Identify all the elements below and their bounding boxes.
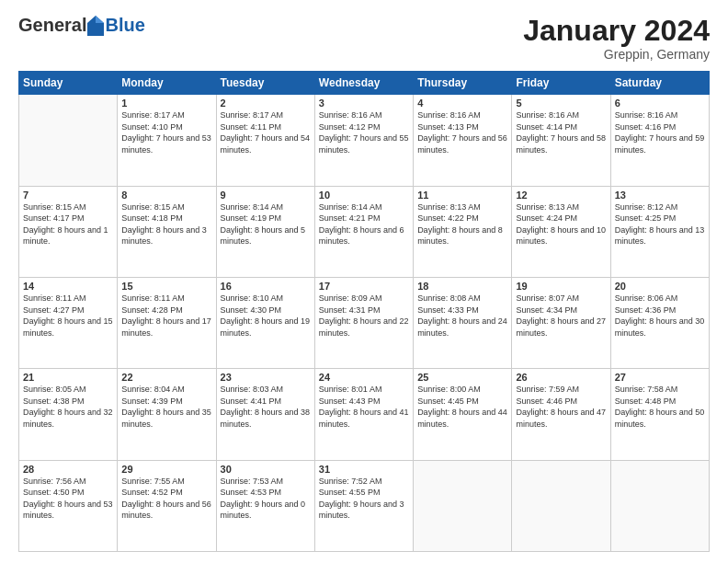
day-info: Sunrise: 8:06 AMSunset: 4:36 PMDaylight:… bbox=[615, 293, 705, 339]
day-info: Sunrise: 8:09 AMSunset: 4:31 PMDaylight:… bbox=[319, 293, 409, 339]
day-info: Sunrise: 8:11 AMSunset: 4:28 PMDaylight:… bbox=[121, 293, 211, 339]
calendar-cell: 4Sunrise: 8:16 AMSunset: 4:13 PMDaylight… bbox=[414, 95, 512, 186]
calendar-table: SundayMondayTuesdayWednesdayThursdayFrid… bbox=[18, 71, 710, 552]
day-number: 2 bbox=[221, 98, 311, 109]
calendar-header-monday: Monday bbox=[118, 72, 216, 95]
calendar-cell: 12Sunrise: 8:13 AMSunset: 4:24 PMDayligh… bbox=[512, 186, 610, 277]
title-area: January 2024 Greppin, Germany bbox=[523, 15, 710, 62]
location: Greppin, Germany bbox=[523, 47, 710, 62]
day-info: Sunrise: 8:11 AMSunset: 4:27 PMDaylight:… bbox=[23, 293, 113, 339]
day-info: Sunrise: 8:16 AMSunset: 4:13 PMDaylight:… bbox=[417, 109, 507, 155]
calendar-cell: 15Sunrise: 8:11 AMSunset: 4:28 PMDayligh… bbox=[118, 277, 216, 368]
day-number: 13 bbox=[615, 190, 705, 201]
calendar-cell bbox=[414, 460, 512, 551]
day-info: Sunrise: 8:08 AMSunset: 4:33 PMDaylight:… bbox=[417, 293, 507, 339]
logo-icon bbox=[87, 16, 104, 36]
day-number: 26 bbox=[516, 372, 606, 383]
day-number: 12 bbox=[516, 190, 606, 201]
day-number: 23 bbox=[221, 372, 311, 383]
day-number: 17 bbox=[319, 281, 409, 292]
day-info: Sunrise: 8:03 AMSunset: 4:41 PMDaylight:… bbox=[221, 384, 311, 430]
day-info: Sunrise: 7:52 AMSunset: 4:55 PMDaylight:… bbox=[319, 476, 409, 522]
day-info: Sunrise: 8:16 AMSunset: 4:14 PMDaylight:… bbox=[516, 109, 606, 155]
day-info: Sunrise: 8:10 AMSunset: 4:30 PMDaylight:… bbox=[221, 293, 311, 339]
day-number: 28 bbox=[23, 464, 113, 475]
calendar-cell: 2Sunrise: 8:17 AMSunset: 4:11 PMDaylight… bbox=[216, 95, 314, 186]
calendar-cell: 5Sunrise: 8:16 AMSunset: 4:14 PMDaylight… bbox=[512, 95, 610, 186]
calendar-cell: 8Sunrise: 8:15 AMSunset: 4:18 PMDaylight… bbox=[118, 186, 216, 277]
day-info: Sunrise: 8:14 AMSunset: 4:19 PMDaylight:… bbox=[221, 201, 311, 247]
calendar-header-wednesday: Wednesday bbox=[314, 72, 413, 95]
calendar-header-row: SundayMondayTuesdayWednesdayThursdayFrid… bbox=[19, 72, 710, 95]
day-info: Sunrise: 7:56 AMSunset: 4:50 PMDaylight:… bbox=[23, 476, 113, 522]
day-number: 3 bbox=[319, 98, 409, 109]
day-info: Sunrise: 7:53 AMSunset: 4:53 PMDaylight:… bbox=[221, 476, 311, 522]
day-info: Sunrise: 8:13 AMSunset: 4:22 PMDaylight:… bbox=[417, 201, 507, 247]
calendar-cell: 9Sunrise: 8:14 AMSunset: 4:19 PMDaylight… bbox=[216, 186, 314, 277]
calendar-cell: 26Sunrise: 7:59 AMSunset: 4:46 PMDayligh… bbox=[512, 369, 610, 460]
calendar-cell: 10Sunrise: 8:14 AMSunset: 4:21 PMDayligh… bbox=[314, 186, 413, 277]
day-info: Sunrise: 8:04 AMSunset: 4:39 PMDaylight:… bbox=[121, 384, 211, 430]
calendar-cell: 16Sunrise: 8:10 AMSunset: 4:30 PMDayligh… bbox=[216, 277, 314, 368]
day-info: Sunrise: 7:59 AMSunset: 4:46 PMDaylight:… bbox=[516, 384, 606, 430]
day-number: 29 bbox=[121, 464, 211, 475]
day-info: Sunrise: 7:58 AMSunset: 4:48 PMDaylight:… bbox=[615, 384, 705, 430]
day-info: Sunrise: 8:17 AMSunset: 4:10 PMDaylight:… bbox=[121, 109, 211, 155]
calendar-cell: 24Sunrise: 8:01 AMSunset: 4:43 PMDayligh… bbox=[314, 369, 413, 460]
day-number: 16 bbox=[221, 281, 311, 292]
day-info: Sunrise: 8:15 AMSunset: 4:18 PMDaylight:… bbox=[121, 201, 211, 247]
logo: General Blue bbox=[18, 15, 145, 36]
calendar-cell: 20Sunrise: 8:06 AMSunset: 4:36 PMDayligh… bbox=[610, 277, 709, 368]
calendar-week-3: 14Sunrise: 8:11 AMSunset: 4:27 PMDayligh… bbox=[19, 277, 710, 368]
calendar-cell: 18Sunrise: 8:08 AMSunset: 4:33 PMDayligh… bbox=[414, 277, 512, 368]
calendar-cell: 22Sunrise: 8:04 AMSunset: 4:39 PMDayligh… bbox=[118, 369, 216, 460]
calendar-week-4: 21Sunrise: 8:05 AMSunset: 4:38 PMDayligh… bbox=[19, 369, 710, 460]
calendar-cell: 29Sunrise: 7:55 AMSunset: 4:52 PMDayligh… bbox=[118, 460, 216, 551]
calendar-cell: 1Sunrise: 8:17 AMSunset: 4:10 PMDaylight… bbox=[118, 95, 216, 186]
calendar-cell: 11Sunrise: 8:13 AMSunset: 4:22 PMDayligh… bbox=[414, 186, 512, 277]
day-info: Sunrise: 8:05 AMSunset: 4:38 PMDaylight:… bbox=[23, 384, 113, 430]
calendar-cell: 3Sunrise: 8:16 AMSunset: 4:12 PMDaylight… bbox=[314, 95, 413, 186]
calendar-cell: 21Sunrise: 8:05 AMSunset: 4:38 PMDayligh… bbox=[19, 369, 118, 460]
day-info: Sunrise: 8:16 AMSunset: 4:16 PMDaylight:… bbox=[615, 109, 705, 155]
calendar-header-saturday: Saturday bbox=[610, 72, 709, 95]
day-info: Sunrise: 8:16 AMSunset: 4:12 PMDaylight:… bbox=[319, 109, 409, 155]
day-number: 14 bbox=[23, 281, 113, 292]
day-number: 31 bbox=[319, 464, 409, 475]
calendar-cell bbox=[610, 460, 709, 551]
day-number: 1 bbox=[121, 98, 211, 109]
day-number: 11 bbox=[417, 190, 507, 201]
day-number: 24 bbox=[319, 372, 409, 383]
calendar-cell: 30Sunrise: 7:53 AMSunset: 4:53 PMDayligh… bbox=[216, 460, 314, 551]
calendar-week-2: 7Sunrise: 8:15 AMSunset: 4:17 PMDaylight… bbox=[19, 186, 710, 277]
calendar-week-5: 28Sunrise: 7:56 AMSunset: 4:50 PMDayligh… bbox=[19, 460, 710, 551]
day-info: Sunrise: 8:00 AMSunset: 4:45 PMDaylight:… bbox=[417, 384, 507, 430]
day-number: 4 bbox=[417, 98, 507, 109]
day-number: 25 bbox=[417, 372, 507, 383]
logo-general-text: General bbox=[18, 15, 86, 36]
calendar-header-friday: Friday bbox=[512, 72, 610, 95]
calendar-cell: 13Sunrise: 8:12 AMSunset: 4:25 PMDayligh… bbox=[610, 186, 709, 277]
calendar-cell: 23Sunrise: 8:03 AMSunset: 4:41 PMDayligh… bbox=[216, 369, 314, 460]
page: General Blue January 2024 Greppin, Germa… bbox=[0, 0, 728, 563]
day-number: 27 bbox=[615, 372, 705, 383]
calendar-cell: 25Sunrise: 8:00 AMSunset: 4:45 PMDayligh… bbox=[414, 369, 512, 460]
calendar-cell bbox=[512, 460, 610, 551]
day-info: Sunrise: 8:01 AMSunset: 4:43 PMDaylight:… bbox=[319, 384, 409, 430]
day-info: Sunrise: 8:14 AMSunset: 4:21 PMDaylight:… bbox=[319, 201, 409, 247]
day-info: Sunrise: 8:07 AMSunset: 4:34 PMDaylight:… bbox=[516, 293, 606, 339]
day-number: 6 bbox=[615, 98, 705, 109]
day-number: 9 bbox=[221, 190, 311, 201]
calendar-header-sunday: Sunday bbox=[19, 72, 118, 95]
calendar-header-thursday: Thursday bbox=[414, 72, 512, 95]
day-number: 8 bbox=[121, 190, 211, 201]
day-info: Sunrise: 8:15 AMSunset: 4:17 PMDaylight:… bbox=[23, 201, 113, 247]
calendar-cell bbox=[19, 95, 118, 186]
calendar-cell: 14Sunrise: 8:11 AMSunset: 4:27 PMDayligh… bbox=[19, 277, 118, 368]
day-number: 22 bbox=[121, 372, 211, 383]
month-title: January 2024 bbox=[523, 15, 710, 47]
calendar-cell: 6Sunrise: 8:16 AMSunset: 4:16 PMDaylight… bbox=[610, 95, 709, 186]
header: General Blue January 2024 Greppin, Germa… bbox=[18, 15, 710, 62]
calendar-header-tuesday: Tuesday bbox=[216, 72, 314, 95]
calendar-week-1: 1Sunrise: 8:17 AMSunset: 4:10 PMDaylight… bbox=[19, 95, 710, 186]
